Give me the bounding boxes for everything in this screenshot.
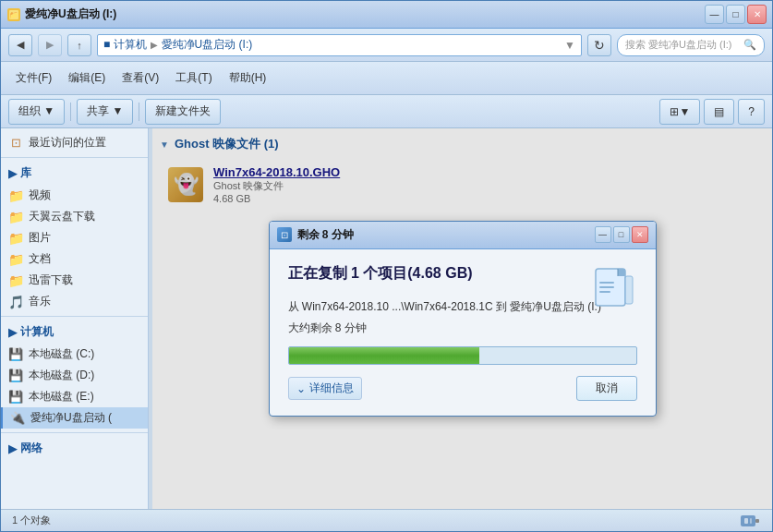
explorer-window: 📁 愛纯净U盘启动 (I:) — □ ✕ ◀ ▶ ↑ ■ 计算机 ▶ 愛纯净U盘… <box>0 0 773 532</box>
search-icon: 🔍 <box>743 39 756 51</box>
menu-toolbar: 文件(F) 编辑(E) 查看(V) 工具(T) 帮助(H) <box>1 62 772 95</box>
separator-1 <box>70 103 71 121</box>
usb-drive-status-icon <box>739 512 761 530</box>
dialog-header-area: 正在复制 1 个项目(4.68 GB) <box>288 264 637 284</box>
search-box[interactable]: 搜索 愛纯净U盘启动 (I:) 🔍 <box>617 34 765 56</box>
details-label: 详细信息 <box>309 381 354 396</box>
dialog-title-bar: ⊡ 剩余 8 分钟 — □ ✕ <box>270 222 656 249</box>
minimize-button[interactable]: — <box>705 5 724 24</box>
svg-rect-13 <box>750 518 752 524</box>
sidebar-divider-3 <box>1 432 148 433</box>
sidebar-item-tianyi[interactable]: 📁 天翼云盘下载 <box>1 206 148 227</box>
drive-icon-d: 💾 <box>8 369 23 383</box>
usb-icon: 🔌 <box>10 411 25 426</box>
main-content: ⊡ 最近访问的位置 ▶ 库 📁 视频 📁 天翼云盘下载 📁 图片 📁 <box>1 128 772 509</box>
dialog-maximize-button[interactable]: □ <box>613 226 630 243</box>
drive-icon-c: 💾 <box>8 347 23 362</box>
sidebar-drive-c-label: 本地磁盘 (C:) <box>29 346 94 362</box>
sidebar-item-usb[interactable]: 🔌 愛纯净U盘启动 ( <box>1 407 148 429</box>
folder-icon-music: 🎵 <box>8 295 23 309</box>
menu-view[interactable]: 查看(V) <box>115 66 166 90</box>
up-button[interactable]: ↑ <box>67 34 91 56</box>
dialog-title-text: 剩余 8 分钟 <box>297 227 354 243</box>
back-button[interactable]: ◀ <box>8 34 32 56</box>
sidebar-item-documents[interactable]: 📁 文档 <box>1 248 148 270</box>
dialog-close-button[interactable]: ✕ <box>632 226 648 243</box>
close-button[interactable]: ✕ <box>747 5 767 24</box>
title-bar: 📁 愛纯净U盘启动 (I:) — □ ✕ <box>1 1 772 29</box>
dialog-overlay: ⊡ 剩余 8 分钟 — □ ✕ 正在复制 1 个项目(4.68 GB) <box>152 128 772 509</box>
path-drive[interactable]: 愛纯净U盘启动 (I:) <box>162 37 253 53</box>
sidebar-drive-d-label: 本地磁盘 (D:) <box>29 368 94 383</box>
svg-rect-4 <box>618 269 625 276</box>
status-count: 1 个对象 <box>12 514 51 527</box>
sidebar-drive-e-label: 本地磁盘 (E:) <box>29 389 94 405</box>
new-folder-button[interactable]: 新建文件夹 <box>145 99 221 125</box>
progress-container <box>288 346 637 365</box>
sidebar-item-video[interactable]: 📁 视频 <box>1 185 148 206</box>
window-icon: 📁 <box>6 7 21 22</box>
help-button[interactable]: ? <box>738 99 765 125</box>
menu-help[interactable]: 帮助(H) <box>222 66 274 90</box>
svg-rect-12 <box>744 518 748 524</box>
folder-icon-pictures: 📁 <box>8 231 23 246</box>
svg-text:📁: 📁 <box>9 10 18 19</box>
address-path[interactable]: ■ 计算机 ▶ 愛纯净U盘启动 (I:) ▼ <box>97 34 582 56</box>
preview-pane-button[interactable]: ▤ <box>704 99 734 125</box>
cancel-button[interactable]: 取消 <box>576 376 637 401</box>
menu-tools[interactable]: 工具(T) <box>168 66 219 90</box>
dialog-icon: ⊡ <box>277 227 292 242</box>
details-chevron-icon: ⌄ <box>296 382 306 395</box>
sidebar-item-recent[interactable]: ⊡ 最近访问的位置 <box>1 132 148 153</box>
path-computer[interactable]: ■ 计算机 <box>103 37 147 53</box>
folder-icon-video: 📁 <box>8 188 23 203</box>
svg-rect-6 <box>625 276 633 304</box>
dialog-from-text: 从 Win7x64-2018.10 ...\Win7x64-2018.1C 到 … <box>288 298 637 316</box>
progress-fill <box>289 347 480 364</box>
svg-rect-8 <box>599 286 614 288</box>
title-bar-left: 📁 愛纯净U盘启动 (I:) <box>6 6 116 22</box>
sidebar-library-group: ▶ 库 <box>1 162 148 185</box>
address-bar: ◀ ▶ ↑ ■ 计算机 ▶ 愛纯净U盘启动 (I:) ▼ ↻ 搜索 愛纯净U盘启… <box>1 29 772 62</box>
window-title: 愛纯净U盘启动 (I:) <box>25 6 116 22</box>
dialog-title-left: ⊡ 剩余 8 分钟 <box>277 227 354 243</box>
svg-rect-9 <box>599 291 610 293</box>
separator-2 <box>139 103 139 121</box>
sidebar-item-xunlei[interactable]: 📁 迅雷下载 <box>1 270 148 291</box>
dialog-header-text: 正在复制 1 个项目(4.68 GB) <box>288 264 637 284</box>
sidebar-usb-label: 愛纯净U盘启动 ( <box>30 410 112 426</box>
maximize-button[interactable]: □ <box>726 5 745 24</box>
file-animation-icon <box>591 264 637 310</box>
network-arrow: ▶ <box>8 442 17 455</box>
menu-edit[interactable]: 编辑(E) <box>61 66 113 90</box>
content-area: ▼ Ghost 映像文件 (1) Win7x64-2018.10.GHO Gho… <box>152 128 772 509</box>
forward-button[interactable]: ▶ <box>38 34 62 56</box>
details-toggle-button[interactable]: ⌄ 详细信息 <box>288 377 362 400</box>
window-controls: — □ ✕ <box>705 5 767 24</box>
menu-file[interactable]: 文件(F) <box>8 66 59 90</box>
sidebar-item-drive-d[interactable]: 💾 本地磁盘 (D:) <box>1 365 148 386</box>
folder-icon-tianyi: 📁 <box>8 210 23 224</box>
dialog-footer: ⌄ 详细信息 取消 <box>288 376 637 401</box>
refresh-button[interactable]: ↻ <box>587 34 611 56</box>
folder-icon-xunlei: 📁 <box>8 273 23 288</box>
organize-button[interactable]: 组织 ▼ <box>8 99 65 125</box>
toolbar-right: ⊞▼ ▤ ? <box>659 99 765 125</box>
dialog-minimize-button[interactable]: — <box>595 226 611 243</box>
sidebar-divider-1 <box>1 157 148 158</box>
sidebar-documents-label: 文档 <box>29 251 51 267</box>
sidebar-library-label: 库 <box>20 165 31 181</box>
sidebar-item-drive-c[interactable]: 💾 本地磁盘 (C:) <box>1 344 148 365</box>
drive-icon-e: 💾 <box>8 390 23 405</box>
view-options-button[interactable]: ⊞▼ <box>659 99 700 125</box>
computer-arrow: ▶ <box>8 326 17 339</box>
share-button[interactable]: 共享 ▼ <box>77 99 133 125</box>
status-bar: 1 个对象 <box>1 509 772 531</box>
sidebar-item-music[interactable]: 🎵 音乐 <box>1 291 148 312</box>
library-arrow: ▶ <box>8 167 17 180</box>
sidebar-item-pictures[interactable]: 📁 图片 <box>1 227 148 248</box>
dialog-controls: — □ ✕ <box>595 226 648 243</box>
sidebar-item-drive-e[interactable]: 💾 本地磁盘 (E:) <box>1 386 148 407</box>
path-dropdown-icon[interactable]: ▼ <box>564 39 575 52</box>
sidebar-music-label: 音乐 <box>29 294 51 309</box>
